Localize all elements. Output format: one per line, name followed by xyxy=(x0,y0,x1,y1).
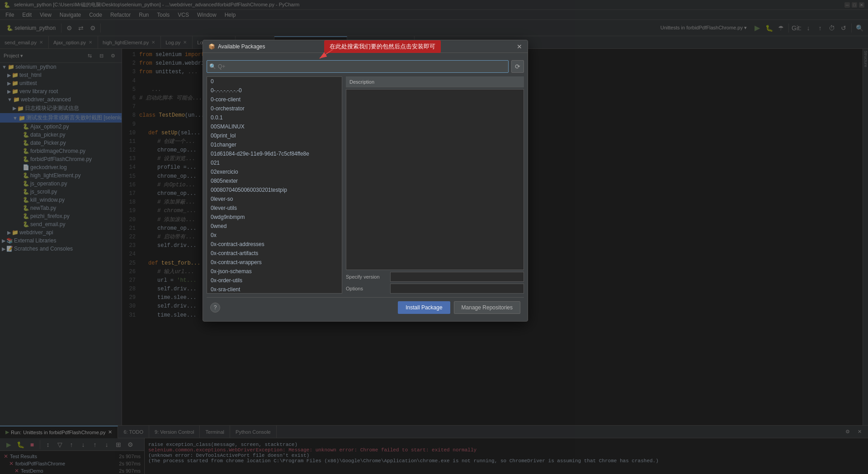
package-item[interactable]: 00print_lol xyxy=(207,131,342,140)
dialog-title: 📦 Available Packages xyxy=(208,43,265,50)
dialog-title-text: Available Packages xyxy=(218,43,265,50)
dialog-close-button[interactable]: ✕ xyxy=(517,43,522,50)
help-button[interactable]: ? xyxy=(210,303,220,313)
description-body xyxy=(346,89,524,270)
dialog-actions: Install Package Manage Repositories xyxy=(398,301,520,314)
package-item[interactable]: 0x-json-schemas xyxy=(207,267,342,276)
refresh-button[interactable]: ⟳ xyxy=(511,60,524,73)
package-item[interactable]: 00SMALINUX xyxy=(207,122,342,131)
package-options: Specify version Options xyxy=(346,272,524,294)
dialog-columns: 0 0-.-.-.-.-.-.-.-0 0-core-client 0-orch… xyxy=(207,76,524,294)
package-item[interactable]: 0-.-.-.-.-.-.-.-0 xyxy=(207,86,342,95)
dialog-body: 在此处搜索我们要的包然后点击安装即可 🔍 ⟳ xyxy=(203,53,528,321)
svg-line-1 xyxy=(320,49,333,58)
search-input-wrapper: 🔍 xyxy=(207,60,509,73)
package-item[interactable]: 02exercicio xyxy=(207,167,342,176)
packages-list[interactable]: 0 0-.-.-.-.-.-.-.-0 0-core-client 0-orch… xyxy=(207,76,342,294)
options-row: Options xyxy=(346,284,524,294)
packages-list-column: 0 0-.-.-.-.-.-.-.-0 0-core-client 0-orch… xyxy=(207,76,342,294)
description-label: Description xyxy=(349,79,374,85)
package-item[interactable]: 0x-contract-addresses xyxy=(207,240,342,249)
specify-version-label: Specify version xyxy=(346,274,387,280)
search-icon: 🔍 xyxy=(209,63,216,70)
package-item[interactable]: 021 xyxy=(207,158,342,167)
annotation-arrow-icon xyxy=(315,48,338,60)
available-packages-dialog: 📦 Available Packages ✕ 在此处搜索我们要的包然后点击安装即… xyxy=(203,40,528,322)
options-label: Options xyxy=(346,286,387,291)
package-item[interactable]: 01d61084-d29e-11e9-96d1-7c5cf84ffe8e xyxy=(207,149,342,158)
package-item[interactable]: 0.0.1 xyxy=(207,113,342,122)
package-item[interactable]: 0x-order-utils xyxy=(207,276,342,285)
install-package-button[interactable]: Install Package xyxy=(398,301,450,314)
package-item[interactable]: 0x xyxy=(207,231,342,240)
package-item[interactable]: 0805nexter xyxy=(207,176,342,185)
package-item[interactable]: 0-orchestrator xyxy=(207,104,342,113)
package-item[interactable]: 0x-sra-client xyxy=(207,285,342,294)
options-input[interactable] xyxy=(390,284,524,294)
package-item[interactable]: 00080704050060030201testpip xyxy=(207,185,342,194)
package-item[interactable]: 0lever-utils xyxy=(207,204,342,213)
package-item[interactable]: 0-core-client xyxy=(207,95,342,104)
package-item[interactable]: 0 xyxy=(207,77,342,86)
specify-version-row: Specify version xyxy=(346,272,524,282)
package-item[interactable]: 0lever-so xyxy=(207,194,342,204)
dialog-footer: ? Install Package Manage Repositories xyxy=(207,297,524,318)
package-item[interactable]: 0wdg9nbmpm xyxy=(207,213,342,222)
manage-repositories-button[interactable]: Manage Repositories xyxy=(454,301,520,314)
package-item[interactable]: 0x-contract-wrappers xyxy=(207,258,342,267)
description-column: Description Specify version Options xyxy=(346,76,524,294)
package-item[interactable]: 01changer xyxy=(207,140,342,149)
package-item[interactable]: 0x-contract-artifacts xyxy=(207,249,342,258)
version-input[interactable] xyxy=(390,272,524,282)
search-row: 🔍 ⟳ xyxy=(207,60,524,73)
package-item[interactable]: 0wned xyxy=(207,222,342,231)
annotation-text: 在此处搜索我们要的包然后点击安装即可 xyxy=(324,40,441,53)
description-header: Description xyxy=(346,76,524,87)
dialog-overlay: 📦 Available Packages ✕ 在此处搜索我们要的包然后点击安装即… xyxy=(0,0,868,474)
package-icon: 📦 xyxy=(208,43,215,50)
package-search-input[interactable] xyxy=(207,60,509,73)
